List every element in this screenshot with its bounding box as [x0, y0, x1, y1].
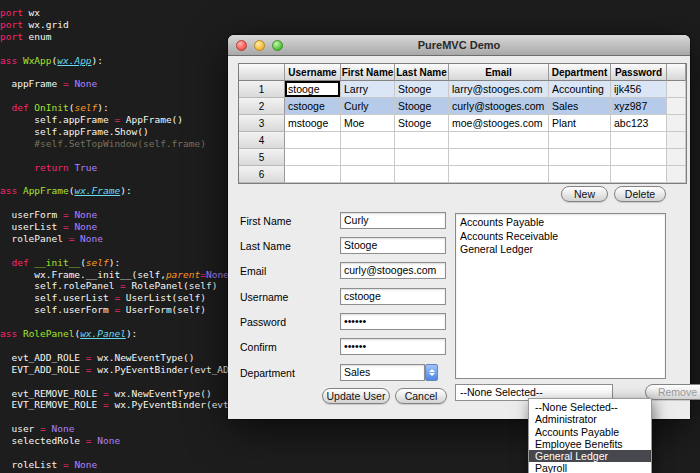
grid-cell[interactable]: [341, 132, 395, 149]
grid-row-filler: [667, 149, 686, 166]
grid-column-header[interactable]: Email: [449, 64, 549, 81]
department-field[interactable]: Sales: [340, 364, 425, 381]
grid-cell[interactable]: Stooge: [395, 81, 449, 98]
list-item[interactable]: Accounts Receivable: [456, 230, 665, 244]
form-label: Password: [240, 316, 286, 328]
username-field[interactable]: cstooge: [340, 288, 446, 305]
form-label: First Name: [240, 215, 291, 227]
menu-item[interactable]: General Ledger: [529, 450, 651, 462]
grid-row-filler: [667, 132, 686, 149]
form-label: Confirm: [240, 341, 277, 353]
grid-cell[interactable]: Accounting: [549, 81, 611, 98]
form-label: Email: [240, 265, 266, 277]
grid-cell[interactable]: [285, 132, 341, 149]
menu-item[interactable]: Accounts Payable: [529, 426, 651, 438]
grid-cell[interactable]: [395, 166, 449, 183]
grid-row-label[interactable]: 6: [239, 166, 285, 183]
grid-cell[interactable]: [449, 132, 549, 149]
grid-cell[interactable]: [611, 166, 667, 183]
grid-cell[interactable]: xyz987: [611, 98, 667, 115]
grid-row-label[interactable]: 1: [239, 81, 285, 98]
grid-row: 1stoogeLarryStoogelarry@stooges.comAccou…: [239, 81, 686, 98]
grid-cell[interactable]: Stooge: [395, 115, 449, 132]
window-title: PureMVC Demo: [418, 39, 501, 51]
grid-cell[interactable]: [549, 132, 611, 149]
grid-cell[interactable]: cstooge: [285, 98, 341, 115]
screen: { "code_editor": { "lines": [ [["k","por…: [0, 0, 700, 473]
grid-cell[interactable]: [549, 149, 611, 166]
grid-cell[interactable]: [611, 132, 667, 149]
grid-cell[interactable]: [395, 149, 449, 166]
grid-cell[interactable]: Plant: [549, 115, 611, 132]
grid-column-header[interactable]: Last Name: [395, 64, 449, 81]
grid-cell[interactable]: abc123: [611, 115, 667, 132]
password-field[interactable]: ••••••: [340, 313, 446, 330]
grid-column-header[interactable]: Username: [285, 64, 341, 81]
department-stepper[interactable]: [425, 364, 438, 381]
cancel-button[interactable]: Cancel: [395, 388, 447, 404]
zoom-button[interactable]: [272, 40, 283, 51]
window-titlebar[interactable]: PureMVC Demo: [228, 35, 690, 56]
new-button[interactable]: New: [561, 186, 608, 202]
grid-column-header[interactable]: First Name: [341, 64, 395, 81]
menu-item[interactable]: Employee Benefits: [529, 438, 651, 450]
remove-button[interactable]: Remove: [645, 384, 700, 400]
user-grid[interactable]: UsernameFirst NameLast NameEmailDepartme…: [238, 63, 687, 184]
grid-cell[interactable]: [341, 166, 395, 183]
code-line: port wx.grid: [0, 19, 700, 31]
grid-cell[interactable]: [449, 149, 549, 166]
email-field[interactable]: curly@stooges.com: [340, 262, 446, 279]
grid-cell[interactable]: mstooge: [285, 115, 341, 132]
code-line: port wx: [0, 7, 700, 19]
role-dropdown-menu: --None Selected--AdministratorAccounts P…: [528, 398, 652, 473]
grid-cell[interactable]: [285, 166, 341, 183]
grid-row-filler: [667, 166, 686, 183]
grid-row: 5: [239, 149, 686, 166]
grid-row-label[interactable]: 5: [239, 149, 285, 166]
delete-button[interactable]: Delete: [614, 186, 666, 202]
grid-corner: [239, 64, 285, 81]
list-item[interactable]: Accounts Payable: [456, 216, 665, 230]
grid-cell[interactable]: Larry: [341, 81, 395, 98]
grid-column-header[interactable]: Password: [611, 64, 667, 81]
form-label: Last Name: [240, 240, 291, 252]
minimize-button[interactable]: [254, 40, 265, 51]
confirm-field[interactable]: ••••••: [340, 338, 446, 355]
last-name-field[interactable]: Stooge: [340, 237, 446, 254]
grid-cell[interactable]: ijk456: [611, 81, 667, 98]
grid-cell[interactable]: stooge: [285, 81, 341, 98]
grid-cell[interactable]: curly@stooges.com: [449, 98, 549, 115]
menu-item[interactable]: Administrator: [529, 413, 651, 425]
menu-item[interactable]: Payroll: [529, 462, 651, 473]
grid-cell[interactable]: [285, 149, 341, 166]
stepper-up-icon: [429, 369, 435, 372]
grid-column-header[interactable]: Department: [549, 64, 611, 81]
assigned-roles-list[interactable]: Accounts PayableAccounts ReceivableGener…: [455, 213, 666, 379]
grid-row: 3mstoogeMoeStoogemoe@stooges.comPlantabc…: [239, 115, 686, 132]
grid-row-label[interactable]: 4: [239, 132, 285, 149]
grid-cell[interactable]: Stooge: [395, 98, 449, 115]
grid-header-filler: [667, 64, 686, 81]
update-user-button[interactable]: Update User: [322, 388, 390, 404]
menu-item[interactable]: --None Selected--: [529, 401, 651, 413]
grid-row: 2cstoogeCurlyStoogecurly@stooges.comSale…: [239, 98, 686, 115]
grid-cell[interactable]: larry@stooges.com: [449, 81, 549, 98]
grid-cell[interactable]: [549, 166, 611, 183]
grid-row-filler: [667, 98, 686, 115]
first-name-field[interactable]: Curly: [340, 212, 446, 229]
grid-cell[interactable]: [449, 166, 549, 183]
grid-row-label[interactable]: 2: [239, 98, 285, 115]
form-label: Username: [240, 291, 288, 303]
grid-cell[interactable]: Sales: [549, 98, 611, 115]
grid-cell[interactable]: moe@stooges.com: [449, 115, 549, 132]
list-item[interactable]: General Ledger: [456, 243, 665, 257]
grid-row-label[interactable]: 3: [239, 115, 285, 132]
grid-cell[interactable]: [395, 132, 449, 149]
grid-row: 6: [239, 166, 686, 183]
grid-cell[interactable]: [341, 149, 395, 166]
grid-cell[interactable]: Curly: [341, 98, 395, 115]
grid-cell[interactable]: Moe: [341, 115, 395, 132]
grid-cell[interactable]: [611, 149, 667, 166]
close-button[interactable]: [236, 40, 247, 51]
stepper-down-icon: [429, 373, 435, 376]
